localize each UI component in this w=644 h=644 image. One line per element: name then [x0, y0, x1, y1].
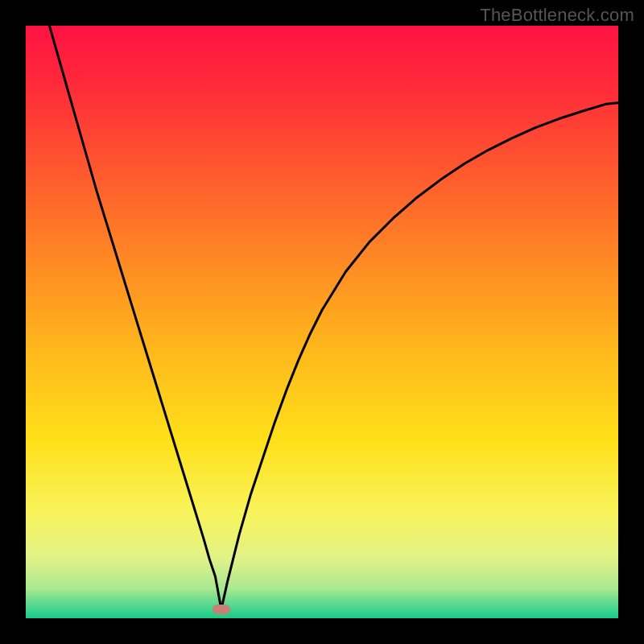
- chart-frame: TheBottleneck.com: [0, 0, 644, 644]
- optimal-marker: [213, 605, 230, 614]
- bottleneck-curve: [26, 26, 618, 618]
- plot-area: [26, 26, 618, 618]
- watermark-text: TheBottleneck.com: [480, 5, 634, 26]
